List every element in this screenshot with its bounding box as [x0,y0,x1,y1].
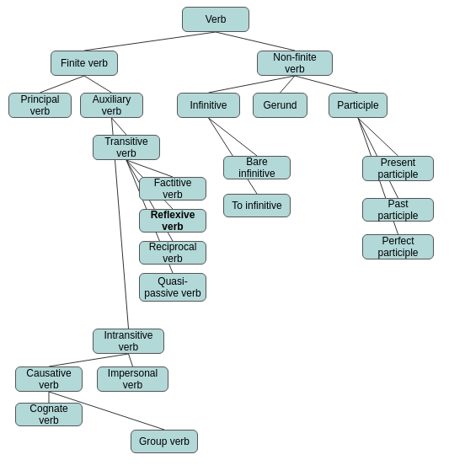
node-principal: Principal verb [8,93,72,118]
node-intransitive: Intransitive verb [93,329,164,354]
svg-line-12 [209,118,258,156]
node-gerund: Gerund [253,93,307,118]
node-transitive: Transitive verb [93,135,160,160]
node-finite: Finite verb [51,51,118,76]
svg-line-0 [84,32,216,51]
tree-container: VerbFinite verbNon-finite verbPrincipal … [0,0,449,476]
svg-line-1 [216,32,295,51]
svg-line-2 [40,76,85,93]
node-participle: Participle [329,93,388,118]
svg-line-5 [281,76,296,93]
svg-line-14 [358,118,398,156]
node-toinfinitive: To infinitive [223,194,291,217]
node-bareinfinitive: Bare infinitive [223,156,291,179]
node-infinitive: Infinitive [177,93,240,118]
svg-line-8 [126,160,173,177]
node-causative: Causative verb [15,366,83,392]
node-reciprocal: Reciprocal verb [139,241,206,265]
node-cognate: Cognate verb [15,403,83,426]
node-perfectparticiple: Perfect participle [362,234,434,259]
svg-line-7 [112,118,127,135]
node-presentparticiple: Present participle [362,156,434,181]
node-verb: Verb [182,7,249,32]
node-nonfinite: Non-finite verb [257,51,333,76]
svg-line-6 [295,76,358,93]
node-auxiliary: Auxiliary verb [80,93,143,118]
node-group: Group verb [131,430,198,453]
node-quasipassive: Quasi-passive verb [139,273,206,302]
node-pastparticiple: Past participle [362,198,434,222]
svg-line-4 [209,76,296,93]
svg-line-18 [49,354,129,366]
node-impersonal: Impersonal verb [97,366,168,392]
node-factitive: Factitive verb [139,177,206,201]
svg-line-19 [129,354,133,366]
svg-line-3 [84,76,112,93]
node-reflexive: Reflexive verb [139,209,206,233]
